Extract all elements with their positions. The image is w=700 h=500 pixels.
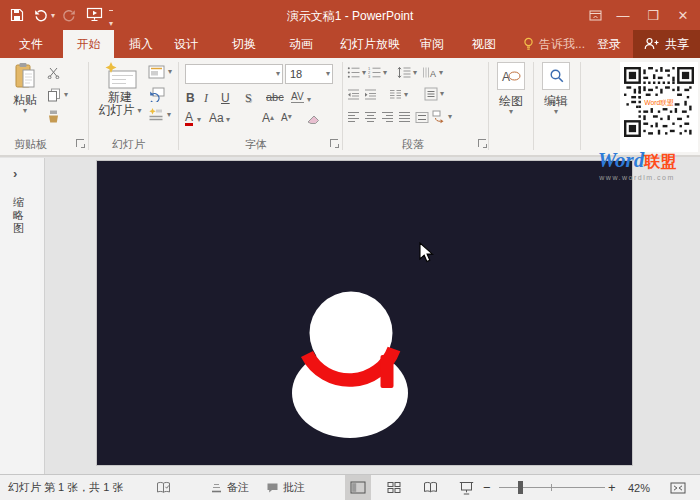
tab-view[interactable]: 视图 xyxy=(461,30,507,58)
add-section-button[interactable]: ▾ xyxy=(148,108,171,121)
editing-dropdown-arrow[interactable]: ▾ xyxy=(554,108,558,116)
bold-button[interactable]: B xyxy=(186,91,195,105)
italic-button[interactable]: I xyxy=(204,91,208,106)
change-case-button[interactable]: Aa xyxy=(209,111,224,125)
layout-dropdown-arrow[interactable]: ▾ xyxy=(168,68,172,76)
bullet-list-icon xyxy=(347,66,360,79)
change-case-dropdown-arrow[interactable]: ▾ xyxy=(226,116,230,124)
numbering-button[interactable]: 123 ▾ xyxy=(368,66,387,79)
font-size-combobox[interactable]: 18▾ xyxy=(285,64,333,84)
ribbon-display-options-button[interactable] xyxy=(582,0,608,30)
font-dialog-launcher[interactable] xyxy=(330,139,338,147)
copy-dropdown-arrow[interactable]: ▾ xyxy=(64,91,68,99)
clipboard-dialog-launcher[interactable] xyxy=(76,139,84,147)
zoom-in-button[interactable]: + xyxy=(608,475,616,500)
slide-canvas[interactable] xyxy=(97,161,632,465)
slideshow-view-button[interactable] xyxy=(453,475,479,500)
text-direction-icon: A xyxy=(422,66,437,79)
editing-group-button[interactable]: 编辑 ▾ xyxy=(539,62,573,116)
zoom-level-button[interactable]: 42% xyxy=(628,475,650,500)
ribbon-display-options-icon xyxy=(589,9,602,22)
tab-transitions[interactable]: 切换 xyxy=(221,30,267,58)
qr-code: Word联盟 xyxy=(620,62,698,152)
new-slide-button[interactable]: 新建 幻灯片▾ xyxy=(94,62,146,117)
chevron-down-icon: ▾ xyxy=(326,70,330,78)
maximize-button[interactable]: ❒ xyxy=(640,0,666,30)
drawing-group-button[interactable]: A 绘图 ▾ xyxy=(494,62,528,116)
slide-number-indicator[interactable]: 幻灯片 第 1 张，共 1 张 xyxy=(8,475,124,500)
columns-button[interactable]: ▾ xyxy=(389,88,408,101)
zoom-slider-track[interactable] xyxy=(499,487,605,488)
paste-dropdown-arrow[interactable]: ▾ xyxy=(23,107,27,115)
font-name-combobox[interactable]: ▾ xyxy=(185,64,283,84)
notes-button[interactable]: 备注 xyxy=(210,475,249,500)
tab-home[interactable]: 开始 xyxy=(63,30,114,58)
sign-in-button[interactable]: 登录 xyxy=(586,30,632,58)
tab-design[interactable]: 设计 xyxy=(163,30,209,58)
tab-insert[interactable]: 插入 xyxy=(118,30,164,58)
character-spacing-button[interactable]: AV xyxy=(291,91,304,103)
qr-code-image: Word联盟 xyxy=(624,67,694,137)
char-spacing-dropdown-arrow[interactable]: ▾ xyxy=(307,96,311,104)
scarf-tail-shape[interactable] xyxy=(381,355,394,388)
shrink-font-button[interactable]: A▾ xyxy=(281,111,292,123)
tab-review[interactable]: 审阅 xyxy=(409,30,455,58)
align-left-button[interactable] xyxy=(347,111,360,123)
align-text-button[interactable]: ▾ xyxy=(424,87,444,101)
paragraph-dialog-launcher[interactable] xyxy=(478,139,486,147)
maximize-icon: ❒ xyxy=(647,8,659,23)
align-center-button[interactable] xyxy=(364,111,377,123)
increase-indent-button[interactable] xyxy=(364,88,377,101)
thumbnail-pane-collapsed[interactable]: › 缩略图 xyxy=(0,158,45,474)
tab-file[interactable]: 文件 xyxy=(8,30,54,58)
grow-font-button[interactable]: A▴ xyxy=(262,111,274,125)
clear-formatting-button[interactable] xyxy=(307,113,320,125)
slide-sorter-view-button[interactable] xyxy=(381,475,407,500)
convert-smartart-button[interactable]: ▾ xyxy=(432,110,452,124)
reset-slide-button[interactable] xyxy=(149,87,165,102)
text-direction-button[interactable]: A ▾ xyxy=(422,66,443,79)
tab-animations[interactable]: 动画 xyxy=(278,30,324,58)
distribute-icon xyxy=(415,111,429,124)
align-right-button[interactable] xyxy=(381,111,394,123)
fit-slide-to-window-button[interactable] xyxy=(670,475,686,500)
zoom-slider-thumb[interactable] xyxy=(518,481,523,494)
strikethrough-button[interactable]: abc xyxy=(266,91,284,103)
section-dropdown-arrow[interactable]: ▾ xyxy=(167,111,171,119)
new-slide-dropdown-arrow[interactable]: ▾ xyxy=(137,107,141,115)
expand-pane-chevron-icon[interactable]: › xyxy=(13,166,17,181)
comments-button[interactable]: 批注 xyxy=(266,475,305,500)
zoom-out-button[interactable]: − xyxy=(483,475,491,500)
format-painter-button[interactable] xyxy=(47,110,60,123)
tell-me-box[interactable]: 告诉我... xyxy=(512,30,596,58)
close-button[interactable]: ✕ xyxy=(670,0,696,30)
slide-layout-button[interactable]: ▾ xyxy=(148,65,172,79)
font-color-button[interactable]: A xyxy=(185,111,193,126)
cut-button[interactable] xyxy=(47,66,60,79)
line-spacing-dropdown-arrow[interactable]: ▾ xyxy=(413,69,417,77)
distribute-button[interactable] xyxy=(415,111,429,124)
share-button[interactable]: 共享 xyxy=(633,30,700,58)
text-direction-dropdown-arrow[interactable]: ▾ xyxy=(439,69,443,77)
paste-button[interactable]: 粘贴 ▾ xyxy=(8,62,42,115)
underline-button[interactable]: U xyxy=(221,91,230,105)
line-spacing-button[interactable]: ▾ xyxy=(397,66,417,79)
proofing-status-button[interactable] xyxy=(155,475,172,500)
justify-button[interactable] xyxy=(398,111,411,123)
bullets-button[interactable]: ▾ xyxy=(347,66,366,79)
bullets-dropdown-arrow[interactable]: ▾ xyxy=(362,69,366,77)
align-text-dropdown-arrow[interactable]: ▾ xyxy=(440,90,444,98)
font-color-dropdown-arrow[interactable]: ▾ xyxy=(197,116,201,124)
minimize-button[interactable]: — xyxy=(610,0,636,30)
tab-slideshow[interactable]: 幻灯片放映 xyxy=(329,30,411,58)
numbering-dropdown-arrow[interactable]: ▾ xyxy=(383,69,387,77)
text-shadow-button[interactable]: S xyxy=(245,91,252,106)
smartart-dropdown-arrow[interactable]: ▾ xyxy=(448,113,452,121)
normal-view-button[interactable] xyxy=(345,475,371,500)
decrease-indent-button[interactable] xyxy=(347,88,360,101)
reading-view-button[interactable] xyxy=(417,475,443,500)
copy-button[interactable]: ▾ xyxy=(47,88,68,102)
columns-dropdown-arrow[interactable]: ▾ xyxy=(404,91,408,99)
thumbnail-pane-label[interactable]: 缩略图 xyxy=(12,196,25,235)
drawing-dropdown-arrow[interactable]: ▾ xyxy=(509,108,513,116)
